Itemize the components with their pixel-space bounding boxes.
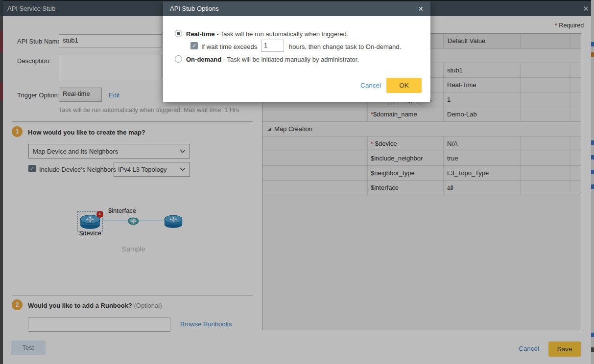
ondemand-label: On-demand	[186, 56, 221, 63]
wait-time-pre-text: If wait time exceeds	[201, 43, 257, 50]
modal-title: API Stub Options	[170, 5, 219, 12]
realtime-desc: - Task will be run automatically when tr…	[215, 30, 349, 38]
wait-time-checkbox[interactable]: ✓	[190, 42, 198, 49]
wait-hours-input[interactable]: 1	[261, 40, 284, 52]
realtime-radio[interactable]	[175, 30, 182, 37]
wait-time-post-text: hours, then change task to On-demand.	[289, 43, 401, 50]
modal-cancel-link[interactable]: Cancel	[360, 82, 381, 89]
realtime-option-text: Real-time - Task will be run automatical…	[186, 30, 348, 38]
screen: API Service Stub ✕ API Stub Name: stub1 …	[0, 0, 594, 364]
modal-titlebar: API Stub Options ✕	[163, 1, 430, 16]
api-stub-options-modal: API Stub Options ✕ Real-time - Task will…	[163, 1, 430, 102]
modal-ok-button[interactable]: OK	[386, 78, 422, 93]
realtime-label: Real-time	[186, 30, 215, 38]
ondemand-option-text: On-demand - Task will be initiated manua…	[186, 56, 359, 63]
ondemand-desc: - Task will be initiated manually by adm…	[221, 56, 359, 63]
ondemand-radio[interactable]	[175, 55, 182, 63]
modal-close-icon[interactable]: ✕	[416, 1, 426, 16]
